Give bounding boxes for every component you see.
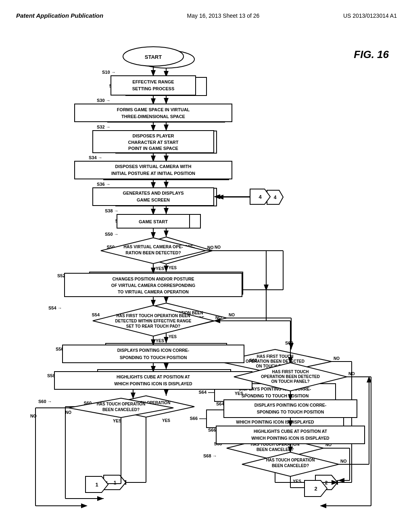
svg-text:TO VIRTUAL CAMERA OPERATION: TO VIRTUAL CAMERA OPERATION [118,289,189,294]
svg-text:2: 2 [314,486,317,492]
svg-text:WHICH POINTING ICON IS DISPLAY: WHICH POINTING ICON IS DISPLAYED [114,381,192,386]
svg-text:S30 →: S30 → [97,98,111,103]
header: Patent Application Publication May 16, 2… [16,8,397,27]
svg-text:YES: YES [156,266,164,271]
svg-text:HAS TOUCH OPERATION: HAS TOUCH OPERATION [266,458,315,462]
svg-text:HAS FIRST TOUCH: HAS FIRST TOUCH [272,370,309,374]
svg-text:NO: NO [207,245,214,250]
svg-text:SETTING PROCESS: SETTING PROCESS [132,86,175,91]
svg-text:YES: YES [293,479,301,484]
svg-text:YES: YES [156,338,164,343]
main-flowchart: START S10 → EFFECTIVE RANGE SETTING PROC… [8,40,405,524]
svg-text:GAME SCREEN: GAME SCREEN [137,197,170,202]
svg-text:1: 1 [95,482,98,488]
svg-text:FORMS GAME SPACE IN VIRTUAL: FORMS GAME SPACE IN VIRTUAL [117,107,190,112]
svg-text:HIGHLIGHTS CUBE AT POSITION AT: HIGHLIGHTS CUBE AT POSITION AT [254,429,327,434]
patent-number: US 2013/0123014 A1 [343,12,397,19]
svg-text:S38 →: S38 → [105,208,119,213]
svg-text:NO: NO [348,371,355,376]
svg-text:YES ←: YES ← [235,391,248,396]
svg-text:S54 →: S54 → [48,305,62,310]
svg-text:WHICH POINTING ICON IS DISPLAY: WHICH POINTING ICON IS DISPLAYED [251,436,330,441]
svg-text:START: START [145,54,162,60]
svg-text:CHARACTER AT START: CHARACTER AT START [128,140,178,145]
svg-text:BEEN CANCELED?: BEEN CANCELED? [272,463,309,468]
svg-text:THREE-DIMENSIONAL SPACE: THREE-DIMENSIONAL SPACE [121,114,185,119]
page: Patent Application Publication May 16, 2… [0,0,413,532]
svg-text:DETECTED WITHIN EFFECTIVE RANG: DETECTED WITHIN EFFECTIVE RANGE [115,319,192,323]
svg-text:HIGHLIGHTS CUBE AT POSITION AT: HIGHLIGHTS CUBE AT POSITION AT [117,374,190,379]
svg-text:S68 →: S68 → [203,453,217,458]
svg-text:DISPLAYS POINTING ICON CORRE-: DISPLAYS POINTING ICON CORRE- [254,403,327,407]
svg-text:CHANGES POSITION AND/OR POSTUR: CHANGES POSITION AND/OR POSTURE [112,276,194,281]
svg-text:INITIAL POSTURE AT INITIAL POS: INITIAL POSTURE AT INITIAL POSITION [111,171,195,176]
svg-text:4: 4 [259,194,262,200]
svg-text:S50 →: S50 → [105,232,119,237]
svg-text:SPONDING TO TOUCH POSITION: SPONDING TO TOUCH POSITION [120,355,187,360]
svg-text:S36 →: S36 → [97,182,111,187]
svg-rect-137 [111,76,196,95]
publication-label: Patent Application Publication [16,12,103,19]
svg-text:ON TOUCH PANEL?: ON TOUCH PANEL? [271,379,309,384]
svg-text:NO: NO [215,315,222,320]
svg-text:SET TO REAR TOUCH PAD?: SET TO REAR TOUCH PAD? [126,324,180,328]
svg-text:HAS FIRST TOUCH OPERATION BEEN: HAS FIRST TOUCH OPERATION BEEN [117,314,190,318]
svg-text:YES: YES [113,418,121,423]
svg-text:S62: S62 [249,358,257,363]
svg-text:RATION BEEN DETECTED?: RATION BEEN DETECTED? [125,250,181,255]
svg-text:OPERATION BEEN DETECTED: OPERATION BEEN DETECTED [261,374,320,379]
svg-text:DISPOSES VIRTUAL CAMERA WITH: DISPOSES VIRTUAL CAMERA WITH [115,164,192,169]
svg-text:POINT IN GAME SPACE: POINT IN GAME SPACE [128,146,178,151]
svg-text:S10 →: S10 → [102,70,116,75]
svg-text:HAS TOUCH OPERATION: HAS TOUCH OPERATION [97,402,146,406]
svg-text:OF VIRTUAL CAMERA CORRESPONDIN: OF VIRTUAL CAMERA CORRESPONDING [111,283,195,288]
svg-text:S32 →: S32 → [97,125,111,129]
svg-text:GAME START: GAME START [139,219,168,224]
sheet-info: May 16, 2013 Sheet 13 of 26 [187,12,260,19]
svg-text:S60 →: S60 → [38,399,52,404]
svg-text:EFFECTIVE RANGE: EFFECTIVE RANGE [132,79,174,84]
svg-text:NO: NO [340,459,347,463]
svg-text:BEEN CANCELED?: BEEN CANCELED? [102,407,140,412]
svg-text:S34 →: S34 → [89,155,102,160]
svg-text:HAS VIRTUAL CAMERA OPE-: HAS VIRTUAL CAMERA OPE- [123,244,183,249]
svg-text:DISPOSES PLAYER: DISPOSES PLAYER [133,133,174,138]
svg-text:SPONDING TO TOUCH POSITION: SPONDING TO TOUCH POSITION [257,409,324,414]
svg-text:GENERATES AND DISPLAYS: GENERATES AND DISPLAYS [123,191,184,195]
svg-rect-142 [75,104,232,122]
svg-text:DISPLAYS POINTING ICON CORRE-: DISPLAYS POINTING ICON CORRE- [117,348,190,353]
